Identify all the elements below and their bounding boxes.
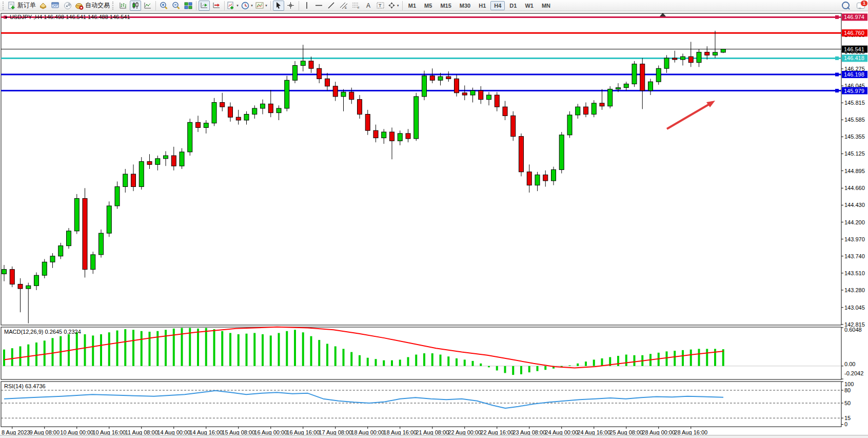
chart-window-button[interactable] [50,1,61,11]
macd-bar [11,348,13,366]
candle [430,76,435,81]
indicators-icon [227,2,235,10]
candle [697,52,701,63]
trendline-button[interactable] [326,1,337,11]
rsi-panel-frame [1,382,841,427]
svg-text:144.430: 144.430 [844,202,865,208]
timeframe-m30[interactable]: M30 [456,1,474,10]
macd-bar [44,340,46,366]
timeframe-w1[interactable]: W1 [521,1,537,10]
tile-windows-button[interactable] [183,1,194,11]
candle [42,262,47,275]
candle [390,132,394,141]
svg-text:143.280: 143.280 [844,287,865,293]
crosshair-icon [287,2,294,9]
new-order-button[interactable]: 新订单 [8,1,36,11]
macd-bar [537,366,539,371]
periods-button[interactable]: ▼ [241,1,254,11]
candle [252,108,257,115]
candle [543,175,548,181]
macd-bar [569,366,571,366]
notifications-button[interactable]: 1 [857,3,865,9]
macd-bar [472,361,474,366]
candle [446,77,451,79]
vertical-line-button[interactable] [301,1,312,11]
bar-chart-button[interactable] [117,1,129,11]
macd-bar [367,358,369,366]
mt4-window: 新订单 自动交易 [0,0,868,438]
cursor-button[interactable] [273,1,284,11]
notification-badge: 1 [861,1,867,6]
timeframe-m1[interactable]: M1 [405,1,420,10]
chart-area: 146.735146.505146.275146.045145.815145.5… [0,11,868,438]
candlestick-chart-button[interactable] [130,1,141,11]
candle [67,231,71,246]
arrows-dropdown-icon: ▼ [397,4,400,7]
text-label-button[interactable]: T [375,1,386,11]
bar-chart-icon [119,2,127,9]
equidistant-channel-icon: E [340,2,348,9]
timeframe-h4[interactable]: H4 [490,1,505,10]
candle [171,156,176,166]
chart-shift-button[interactable] [211,1,222,11]
auto-scroll-button[interactable] [199,1,210,11]
line-handle[interactable] [835,73,839,77]
price-badge-text: 146.760 [844,30,864,36]
timeframe-d1[interactable]: D1 [506,1,520,10]
svg-text:145.585: 145.585 [844,117,865,123]
svg-text:T: T [379,3,382,8]
svg-text:E: E [345,6,347,9]
line-handle[interactable] [835,89,839,92]
line-chart-button[interactable] [142,1,153,11]
candle [600,103,604,106]
chart-canvas[interactable]: 146.735146.505146.275146.045145.815145.5… [0,11,868,438]
candle [155,159,160,165]
auto-trading-button[interactable]: 自动交易 [74,1,110,11]
line-handle[interactable] [835,56,839,60]
macd-bar [488,366,490,367]
timeframe-m5[interactable]: M5 [421,1,436,10]
timeframe-mn[interactable]: MN [538,1,554,10]
fibonacci-button[interactable]: F [350,1,362,11]
macd-bar [221,331,223,366]
timeframe-h1[interactable]: H1 [475,1,489,10]
macd-bar [149,332,151,366]
cursor-icon [275,2,282,9]
indicators-button[interactable]: ▼ [227,1,240,11]
price-badge-text: 146.541 [844,46,864,52]
macd-bar [423,353,425,366]
text-button[interactable]: A [363,1,374,11]
equidistant-channel-button[interactable]: E [338,1,349,11]
horizontal-line-button[interactable] [313,1,325,11]
candle [455,79,459,92]
candle [535,175,540,185]
candle [341,92,346,97]
candle [236,117,241,120]
svg-text:145.125: 145.125 [844,150,865,157]
candle [721,49,725,52]
signal-button[interactable] [62,1,73,11]
svg-text:0.00: 0.00 [844,361,855,367]
search-button[interactable] [840,1,851,11]
macd-bar [496,366,498,371]
macd-bar [302,332,304,366]
zoom-out-button[interactable] [170,1,182,11]
line-handle[interactable] [835,15,839,19]
chart-shift-icon [212,2,221,9]
crosshair-button[interactable] [285,1,297,11]
templates-button[interactable]: ▼ [255,1,268,11]
chart-symbol-ohlc: ▼USDJPY ,H4 146.498 146.541 146.488 146.… [4,14,130,20]
text-icon: A [365,2,372,9]
macd-bar [116,331,119,366]
arrows-button[interactable]: ▼ [387,1,400,11]
candle [333,86,338,97]
macd-bar [601,358,603,366]
market-watch-button[interactable] [37,1,49,11]
zoom-in-button[interactable] [158,1,169,11]
svg-text:50: 50 [844,400,851,406]
timeframe-m15[interactable]: M15 [437,1,455,10]
candle [470,90,475,95]
candle [414,97,419,139]
candle [18,284,23,289]
candle [551,169,556,181]
